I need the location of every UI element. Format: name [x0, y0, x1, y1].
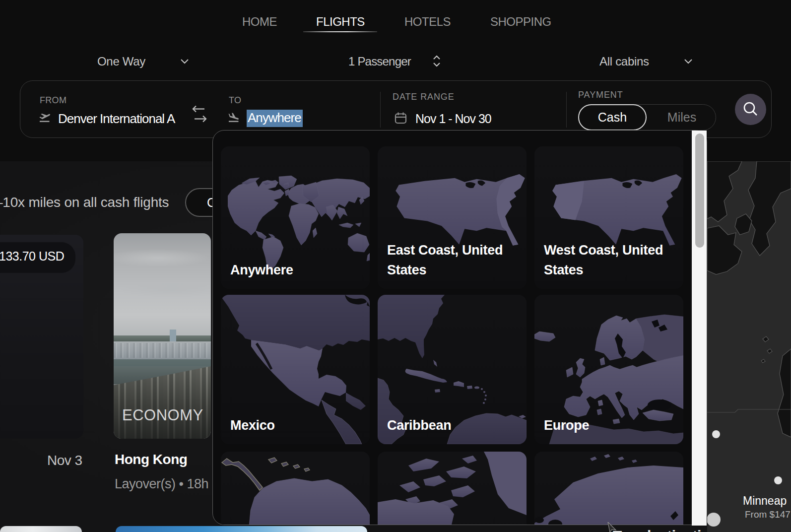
svg-text:From $147.6: From $147.6 [745, 509, 791, 520]
svg-text:Minneap: Minneap [743, 494, 787, 507]
